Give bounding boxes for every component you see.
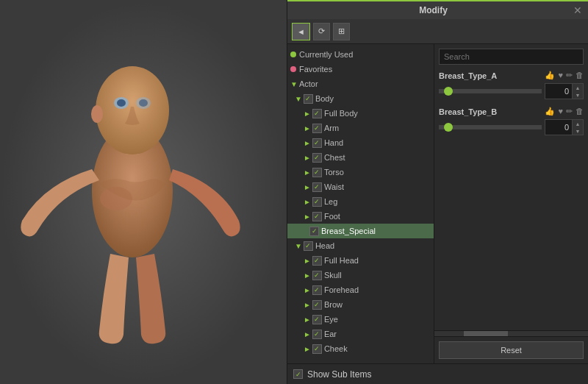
- brow-arrow: ►: [304, 301, 311, 309]
- tree-item-ear[interactable]: ► ✓ Ear: [287, 327, 434, 341]
- tree-item-cheek[interactable]: ► ✓ Cheek: [287, 341, 434, 356]
- prop-a-icon-heart[interactable]: ♥: [558, 71, 563, 80]
- tree-item-full-head[interactable]: ► ✓ Full Head: [287, 253, 434, 268]
- torso-checkbox[interactable]: ✓: [312, 168, 322, 177]
- waist-arrow: ►: [304, 183, 311, 191]
- tree-item-body[interactable]: ▼ ✓ Body: [287, 91, 434, 106]
- prop-a-spinner-down[interactable]: ▼: [573, 91, 583, 99]
- eye-checkbox[interactable]: ✓: [312, 315, 322, 324]
- prop-a-icon-delete[interactable]: 🗑: [576, 71, 584, 80]
- prop-a-thumb[interactable]: [444, 87, 453, 96]
- reset-button[interactable]: Reset: [439, 341, 584, 359]
- prop-b-slider[interactable]: [439, 125, 542, 129]
- tree-item-full-body[interactable]: ► ✓ Full Body: [287, 106, 434, 121]
- actor-arrow: ▼: [290, 80, 298, 88]
- arm-arrow: ►: [304, 124, 311, 132]
- character-figure: [7, 15, 257, 353]
- full-head-checkbox[interactable]: ✓: [312, 256, 322, 266]
- search-input[interactable]: [439, 49, 584, 65]
- prop-a-spinner-up[interactable]: ▲: [573, 84, 583, 91]
- tree-item-eye[interactable]: ► ✓ Eye: [287, 312, 434, 327]
- tree-panel: Currently Used Favorites ▼ Actor ▼ ✓ Bod…: [287, 44, 434, 363]
- grid-button[interactable]: ⊞: [333, 23, 350, 40]
- tree-item-hand[interactable]: ► ✓ Hand: [287, 135, 434, 150]
- tree-item-breast-special[interactable]: ✓ Breast_Special: [287, 224, 434, 238]
- viewport-background: [0, 0, 287, 384]
- tree-item-skull[interactable]: ► ✓ Skull: [287, 268, 434, 282]
- ear-checkbox[interactable]: ✓: [312, 330, 322, 339]
- prop-b-icon-thumb[interactable]: 👍: [545, 107, 555, 116]
- prop-b-thumb[interactable]: [444, 123, 453, 132]
- show-sub-items-label: Show Sub Items: [307, 369, 371, 380]
- brow-checkbox[interactable]: ✓: [312, 300, 322, 310]
- prop-b-spinner-down[interactable]: ▼: [573, 127, 583, 135]
- favorites-indicator: [290, 66, 296, 72]
- prop-a-spinner: ▲ ▼: [572, 84, 583, 99]
- skull-checkbox[interactable]: ✓: [312, 271, 322, 280]
- panel-title: Modify: [293, 5, 573, 15]
- prop-b-icon-edit[interactable]: ✏: [566, 107, 573, 116]
- full-body-checkbox[interactable]: ✓: [312, 109, 322, 118]
- body-checkbox[interactable]: ✓: [304, 94, 313, 104]
- tree-item-brow[interactable]: ► ✓ Brow: [287, 297, 434, 312]
- tree-item-chest[interactable]: ► ✓ Chest: [287, 150, 434, 165]
- tree-item-waist[interactable]: ► ✓ Waist: [287, 179, 434, 194]
- tree-item-leg[interactable]: ► ✓ Leg: [287, 194, 434, 209]
- breast-special-checkbox[interactable]: ✓: [309, 227, 319, 236]
- head-label: Head: [315, 241, 334, 250]
- cheek-label: Cheek: [324, 344, 348, 353]
- tree-item-actor[interactable]: ▼ Actor: [287, 77, 434, 91]
- skull-arrow: ►: [304, 271, 311, 280]
- tree-item-foot[interactable]: ► ✓ Foot: [287, 209, 434, 224]
- chest-checkbox[interactable]: ✓: [312, 153, 322, 163]
- waist-checkbox[interactable]: ✓: [312, 182, 322, 192]
- foot-label: Foot: [324, 212, 340, 221]
- tree-item-forehead[interactable]: ► ✓ Forehead: [287, 282, 434, 297]
- hand-checkbox[interactable]: ✓: [312, 138, 322, 148]
- breast-special-label: Breast_Special: [321, 227, 376, 235]
- show-sub-items-checkbox[interactable]: ✓: [293, 369, 303, 379]
- forehead-checkbox[interactable]: ✓: [312, 285, 322, 295]
- prop-a-icon-thumb[interactable]: 👍: [545, 71, 555, 80]
- prop-a-control: ▲ ▼: [439, 83, 584, 99]
- head-checkbox[interactable]: ✓: [304, 241, 313, 251]
- prop-a-icon-edit[interactable]: ✏: [566, 71, 573, 80]
- svg-point-8: [91, 105, 103, 123]
- prop-b-icons: 👍 ♥ ✏ 🗑: [545, 107, 584, 116]
- forehead-label: Forehead: [324, 285, 359, 294]
- tree-item-currently-used[interactable]: Currently Used: [287, 47, 434, 62]
- foot-checkbox[interactable]: ✓: [312, 212, 322, 221]
- tree-item-head[interactable]: ▼ ✓ Head: [287, 238, 434, 253]
- tree-item-favorites[interactable]: Favorites: [287, 62, 434, 77]
- bottom-bar: Reset: [434, 336, 588, 363]
- prop-b-spinner-up[interactable]: ▲: [573, 120, 583, 127]
- toolbar: ◄ ⟳ ⊞: [287, 19, 588, 44]
- prop-a-slider[interactable]: [439, 89, 542, 93]
- waist-label: Waist: [324, 182, 344, 191]
- leg-label: Leg: [324, 197, 337, 206]
- leg-checkbox[interactable]: ✓: [312, 197, 322, 207]
- arm-label: Arm: [324, 124, 339, 132]
- prop-b-name: Breast_Type_B: [439, 107, 497, 116]
- body-label: Body: [315, 94, 334, 103]
- tree-item-torso[interactable]: ► ✓ Torso: [287, 165, 434, 179]
- prop-breast-type-a: Breast_Type_A 👍 ♥ ✏ 🗑: [439, 71, 584, 99]
- hand-arrow: ►: [304, 139, 311, 147]
- back-button[interactable]: ◄: [292, 23, 310, 40]
- prop-b-icon-delete[interactable]: 🗑: [576, 107, 584, 116]
- favorites-label: Favorites: [299, 65, 332, 74]
- tree-item-arm[interactable]: ► ✓ Arm: [287, 121, 434, 135]
- prop-a-value[interactable]: [545, 86, 572, 96]
- content-area: Currently Used Favorites ▼ Actor ▼ ✓ Bod…: [287, 44, 588, 363]
- prop-b-header: Breast_Type_B 👍 ♥ ✏ 🗑: [439, 107, 584, 116]
- arm-checkbox[interactable]: ✓: [312, 124, 322, 133]
- refresh-button[interactable]: ⟳: [313, 23, 330, 40]
- prop-b-icon-heart[interactable]: ♥: [558, 107, 563, 116]
- prop-b-value-box: ▲ ▼: [545, 119, 584, 135]
- prop-b-value[interactable]: [545, 122, 572, 132]
- close-button[interactable]: ✕: [573, 4, 582, 16]
- cheek-arrow: ►: [304, 345, 311, 353]
- horizontal-scrollbar[interactable]: [434, 330, 588, 336]
- cheek-checkbox[interactable]: ✓: [312, 344, 322, 354]
- prop-breast-type-b: Breast_Type_B 👍 ♥ ✏ 🗑: [439, 107, 584, 135]
